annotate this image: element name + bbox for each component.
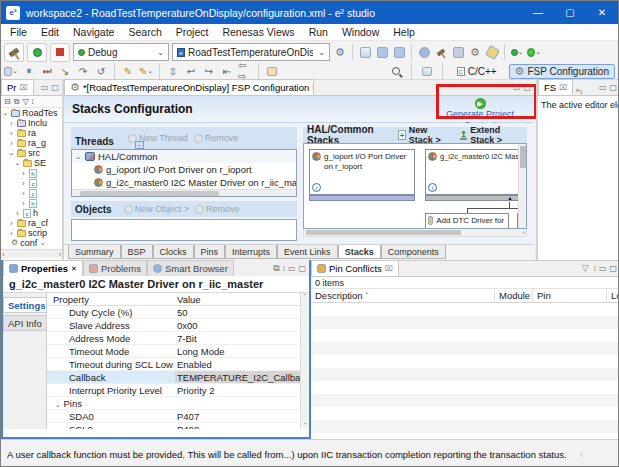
- new-wizard-icon[interactable]: [358, 46, 372, 59]
- debug-bug-icon[interactable]: [27, 43, 47, 62]
- tab-components[interactable]: Components: [381, 245, 446, 259]
- tab-stacks[interactable]: Stacks: [338, 245, 381, 259]
- tree-item-file-c1[interactable]: ›c: [1, 178, 62, 188]
- step-return-icon[interactable]: ↺: [94, 65, 108, 78]
- prop-row-sda0[interactable]: SDA0P407: [47, 410, 309, 423]
- back-icon[interactable]: ↩: [184, 65, 198, 78]
- tab-pins[interactable]: Pins: [194, 245, 226, 259]
- thread-hal-common[interactable]: ⌄HAL/Common: [72, 150, 296, 163]
- menu-project[interactable]: Project: [169, 26, 216, 38]
- col-value[interactable]: Value: [175, 293, 309, 305]
- tree-item-configuration[interactable]: ⚙conf⌄: [1, 238, 62, 248]
- view-menu-icon[interactable]: ⁞: [32, 97, 34, 106]
- info-icon[interactable]: i: [428, 183, 437, 192]
- forward-icon[interactable]: ↪: [202, 65, 216, 78]
- prop-row-duty-cycle[interactable]: Duty Cycle (%)50: [47, 306, 309, 319]
- tree-item-file-h2[interactable]: ›h: [1, 198, 62, 208]
- launch-config-combo[interactable]: e RoadTestTemperatureOnDisplay De ⌄: [172, 43, 330, 61]
- minimize-icon[interactable]: ▭: [513, 83, 521, 92]
- menu-navigate[interactable]: Navigate: [66, 26, 121, 38]
- step-into-icon[interactable]: ↘: [58, 65, 72, 78]
- tree-item-project[interactable]: ⌄RoadTes: [1, 108, 62, 118]
- prop-row-timeout-mode[interactable]: Timeout ModeLong Mode: [47, 345, 309, 358]
- stack-card-dtc-transmission[interactable]: Add DTC Driver for Transmission [Optiona…: [425, 213, 509, 229]
- tree-item-subfolder[interactable]: ⌄SE: [1, 158, 62, 168]
- open-perspective-icon[interactable]: [420, 65, 434, 78]
- minimize-icon[interactable]: ▭: [599, 83, 607, 92]
- pin-view-icon[interactable]: ⧉: [273, 263, 279, 274]
- stack-card-i2c-master[interactable]: g_i2c_master0 I2C Master Driver on r_iic…: [425, 149, 527, 195]
- collapse-icon[interactable]: –: [135, 141, 144, 149]
- tab-settings[interactable]: Settings: [3, 297, 46, 313]
- minimize-icon[interactable]: ▭: [288, 264, 296, 273]
- stack-expander-bar[interactable]: ▲: [425, 195, 527, 201]
- collapse-all-icon[interactable]: ⊟: [4, 97, 11, 106]
- col-property[interactable]: Property: [47, 293, 175, 305]
- build-project-icon[interactable]: [434, 46, 448, 59]
- col-description[interactable]: Description ˆ: [311, 289, 495, 302]
- pin-conflicts-table-body[interactable]: [311, 303, 619, 439]
- debug-config-combo[interactable]: Debug ⌄: [73, 43, 169, 61]
- minimize-icon[interactable]: ▭: [41, 83, 49, 92]
- menu-run[interactable]: Run: [302, 26, 335, 38]
- link-editor-icon[interactable]: ⧉: [14, 97, 20, 107]
- last-edit-icon[interactable]: ⇤: [220, 65, 234, 78]
- save-all-icon[interactable]: [392, 46, 406, 59]
- menu-window[interactable]: Window: [335, 26, 386, 38]
- build-all-icon[interactable]: [451, 46, 465, 59]
- goto-arrow-icons[interactable]: ⇦ ⇨: [238, 65, 252, 78]
- extend-stack-button[interactable]: ↥Extend Stack >: [460, 125, 523, 145]
- stacks-hscrollbar[interactable]: ›: [303, 229, 527, 237]
- thread-module-ioport[interactable]: g_ioport I/O Port Driver on r_ioport: [72, 163, 296, 176]
- tab-properties[interactable]: Properties ✕: [3, 260, 83, 276]
- tab-event-links[interactable]: Event Links: [277, 245, 338, 259]
- search-icon[interactable]: [389, 65, 403, 78]
- prop-row-scl0[interactable]: SCL0P408: [47, 423, 309, 429]
- perspective-fsp-button[interactable]: ⚙ FSP Configuration: [509, 64, 615, 79]
- minimize-icon[interactable]: ▭: [599, 264, 607, 273]
- col-module[interactable]: Module: [495, 289, 533, 302]
- properties-vscrollbar[interactable]: ˆˇ: [300, 293, 309, 429]
- run-dropdown-icon[interactable]: ⌄: [527, 46, 541, 59]
- build-hammer-icon[interactable]: [4, 43, 24, 62]
- tab-problems[interactable]: Problems: [83, 260, 147, 276]
- tree-item-ra-gen[interactable]: ›ra_g: [1, 138, 62, 148]
- new-stack-button[interactable]: +New Stack >: [398, 125, 452, 145]
- maximize-icon[interactable]: ▢: [609, 264, 617, 273]
- minimize-button[interactable]: —: [522, 1, 554, 24]
- col-location[interactable]: Lo: [607, 289, 619, 302]
- objects-list[interactable]: [71, 219, 297, 241]
- stack-card-ioport[interactable]: g_ioport I/O Port Driver on r_ioport i: [309, 149, 415, 195]
- stacks-vscrollbar[interactable]: [518, 144, 526, 228]
- minimized-view-icon[interactable]: »₁: [573, 86, 582, 95]
- tab-project-explorer[interactable]: Pr⌧: [1, 79, 34, 95]
- tab-summary[interactable]: Summary: [68, 245, 121, 259]
- tab-smart-browser[interactable]: Smart Browser: [147, 260, 234, 276]
- maximize-icon[interactable]: ▢: [609, 83, 617, 92]
- tab-api-info[interactable]: API Info: [3, 315, 46, 331]
- thread-module-i2c[interactable]: g_i2c_master0 I2C Master Driver on r_iic…: [72, 176, 296, 189]
- menu-help[interactable]: Help: [386, 26, 422, 38]
- tree-item-src[interactable]: ⌄src: [1, 148, 62, 158]
- prop-row-pins-group[interactable]: ⌄ Pins: [47, 397, 309, 410]
- info-icon[interactable]: i: [312, 183, 321, 192]
- launch-settings-gear-icon[interactable]: ⚙: [333, 46, 347, 59]
- resume-icon[interactable]: ⌄: [4, 65, 18, 78]
- new-window-icon[interactable]: [265, 65, 279, 78]
- filter-icon[interactable]: ▽: [582, 264, 591, 273]
- tree-item-ra[interactable]: ›ra: [1, 128, 62, 138]
- tree-item-hal-entry[interactable]: ›ch: [1, 208, 62, 218]
- debug-dropdown-icon[interactable]: ⌄: [510, 46, 524, 59]
- menu-file[interactable]: File: [3, 26, 34, 38]
- build-browser-icon[interactable]: [417, 46, 431, 59]
- close-button[interactable]: ✕: [586, 1, 618, 24]
- suspend-icon[interactable]: ⏸: [22, 65, 36, 78]
- view-menu-icon[interactable]: ⁞: [594, 264, 596, 273]
- annotation-nav-icons[interactable]: ⇳: [166, 65, 180, 78]
- terminate-step-icons[interactable]: ⏭: [40, 65, 54, 78]
- editor-tab-fsp-configuration[interactable]: ⚙ *[RoadTestTemperatureOnDisplay] FSP Co…: [64, 79, 314, 95]
- preferences-gear-icon[interactable]: ⚙: [468, 46, 482, 59]
- view-menu-icon[interactable]: ⁞: [283, 264, 285, 273]
- tree-item-ra-cfg[interactable]: ›ra_cf: [1, 218, 62, 228]
- prop-row-address-mode[interactable]: Address Mode7-Bit: [47, 332, 309, 345]
